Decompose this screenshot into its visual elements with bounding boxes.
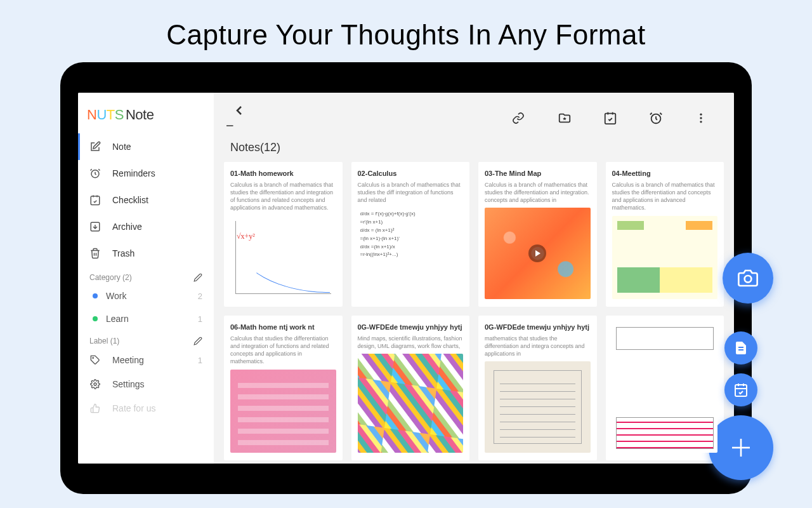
sidebar-item-label: Trash: [112, 248, 134, 258]
svg-rect-1: [735, 385, 747, 396]
note-card[interactable]: 02-Calculus Calculus is a branch of math…: [351, 162, 470, 307]
note-thumbnail: [358, 354, 464, 453]
sidebar-item-note[interactable]: Note: [78, 133, 214, 160]
svg-marker-11: [563, 117, 566, 120]
note-thumbnail: [230, 370, 336, 453]
sidebar-item-label: Note: [112, 142, 131, 152]
trash-icon: [89, 248, 101, 259]
note-title: 01-Math homework: [230, 170, 336, 177]
note-body: Calculus that studies the differentiatio…: [230, 335, 336, 366]
note-thumbnail: [612, 216, 718, 299]
sidebar-item-archive[interactable]: Archive: [78, 213, 214, 240]
main-area: Notes(12) 01-Math homework Calculus is a…: [214, 93, 734, 464]
checklist-icon: [89, 194, 101, 206]
edit-categories-button[interactable]: [193, 273, 202, 282]
link-button[interactable]: [498, 108, 539, 128]
svg-point-15: [700, 117, 702, 119]
category-learn[interactable]: Learn 1: [78, 307, 214, 330]
svg-point-14: [700, 114, 702, 116]
calendar-check-button[interactable]: [591, 107, 630, 129]
note-title: 0G-WFDEde tmewju ynhjyy hytj: [485, 323, 591, 331]
label-text: Meeting: [112, 355, 144, 365]
svg-rect-12: [605, 114, 616, 124]
plus-icon: [728, 434, 754, 461]
sidebar-item-rate[interactable]: Rate for us: [78, 396, 214, 420]
label-count: 1: [198, 356, 202, 365]
svg-point-7: [93, 358, 93, 358]
note-body: Mind maps, scientific illustrations, fas…: [358, 335, 464, 350]
gear-icon: [89, 378, 101, 390]
sidebar-item-trash[interactable]: Trash: [78, 240, 214, 267]
note-fab-icon: [733, 340, 749, 356]
more-button[interactable]: [682, 108, 720, 128]
note-title: 03-The Mind Map: [485, 170, 591, 177]
note-body: mathematics that studies the differentia…: [485, 335, 591, 358]
sidebar-item-reminders[interactable]: Reminders: [78, 160, 214, 187]
category-color-dot: [93, 293, 98, 298]
screen: NUTSNote Note Reminders Checklist Archiv…: [78, 93, 734, 464]
tag-icon: [89, 354, 101, 366]
sidebar-item-label: Archive: [112, 222, 142, 232]
topbar: [214, 93, 734, 140]
svg-point-0: [745, 276, 752, 283]
fab-checklist-button[interactable]: [724, 373, 757, 406]
edit-labels-button[interactable]: [193, 337, 202, 345]
settings-label: Settings: [112, 379, 145, 389]
thumbs-up-icon: [89, 403, 101, 414]
note-title: 02-Calculus: [358, 170, 464, 177]
rate-label: Rate for us: [112, 403, 155, 413]
fab-note-button[interactable]: [724, 331, 757, 364]
camera-icon: [738, 268, 758, 288]
note-card[interactable]: 03-The Mind Map Calculus is a branch of …: [478, 162, 597, 307]
sidebar-item-label: Reminders: [112, 168, 155, 178]
sidebar-item-checklist[interactable]: Checklist: [78, 187, 214, 213]
headline: Capture Your Thoughts In Any Format: [0, 0, 812, 62]
category-count: 1: [198, 314, 202, 324]
note-card[interactable]: 06-Math home ntj work nt Calculus that s…: [224, 316, 343, 460]
note-body: Calculus is a branch of mathematics that…: [230, 181, 336, 212]
note-title: 0G-WFDEde tmewju ynhjyy hytj: [358, 323, 464, 331]
note-thumbnail: [230, 216, 336, 299]
note-thumbnail: [485, 361, 591, 453]
note-body: Calculus is a branch of mathematics that…: [485, 181, 591, 204]
note-card[interactable]: 0G-WFDEde tmewju ynhjyy hytj mathematics…: [478, 316, 597, 460]
fab-add-button[interactable]: [709, 415, 773, 480]
note-body: Calculus is a branch of mathematics that…: [358, 181, 464, 204]
note-card[interactable]: 04-Meetting Calculus is a branch of math…: [606, 162, 724, 307]
back-button[interactable]: [228, 99, 251, 137]
category-label: Learn: [106, 314, 129, 324]
tablet-frame: NUTSNote Note Reminders Checklist Archiv…: [60, 62, 752, 494]
svg-point-8: [94, 383, 96, 385]
archive-icon: [89, 221, 101, 232]
category-label: Work: [106, 291, 126, 301]
svg-rect-5: [91, 196, 100, 205]
note-thumbnail: [612, 323, 718, 453]
category-work[interactable]: Work 2: [78, 284, 214, 307]
note-body: Calculus is a branch of mathematics that…: [612, 181, 718, 212]
alarm-button[interactable]: [636, 107, 676, 129]
note-card[interactable]: 01-Math homework Calculus is a branch of…: [224, 162, 343, 307]
note-thumbnail: [485, 208, 591, 299]
favorites-button[interactable]: [545, 107, 584, 129]
checklist-fab-icon: [733, 382, 749, 398]
sidebar: NUTSNote Note Reminders Checklist Archiv…: [78, 93, 214, 464]
note-card[interactable]: [606, 316, 724, 460]
svg-point-16: [700, 121, 702, 123]
note-card[interactable]: 0G-WFDEde tmewju ynhjyy hytj Mind maps, …: [351, 316, 470, 460]
category-header: Category (2): [78, 267, 214, 284]
label-meeting[interactable]: Meeting 1: [78, 348, 214, 372]
notes-grid: 01-Math homework Calculus is a branch of…: [214, 162, 734, 460]
category-color-dot: [93, 316, 98, 321]
note-thumbnail: d/dx = f'(x)·g(x)+f(x)·g'(x)=r'(ln x+1)d…: [358, 208, 464, 299]
fab-camera-button[interactable]: [723, 253, 773, 304]
sidebar-item-settings[interactable]: Settings: [78, 372, 214, 396]
fab-cluster: [709, 331, 773, 480]
clock-icon: [89, 168, 101, 179]
note-title: 06-Math home ntj work nt: [230, 323, 336, 331]
category-count: 2: [198, 291, 202, 301]
play-icon[interactable]: [528, 244, 546, 262]
label-header: Label (1): [78, 330, 214, 348]
sidebar-item-label: Checklist: [112, 195, 148, 205]
app-logo: NUTSNote: [78, 93, 214, 133]
note-title: 04-Meetting: [612, 170, 718, 177]
